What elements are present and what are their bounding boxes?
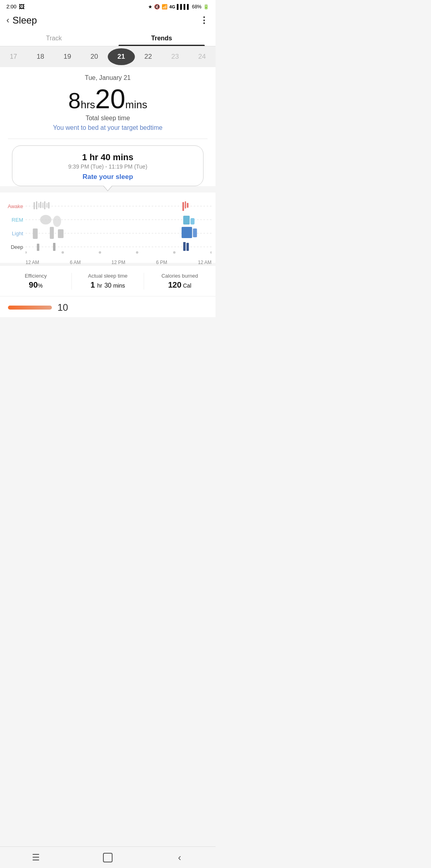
svg-rect-28: [183, 216, 190, 224]
svg-rect-13: [40, 202, 41, 208]
svg-point-8: [173, 251, 176, 254]
session-card: 1 hr 40 mins 9:39 PM (Tue) - 11:19 PM (T…: [12, 145, 204, 186]
sleep-chart-svg: [26, 201, 212, 256]
y-axis: Awake REM Light Deep: [4, 201, 26, 260]
battery-icon: 🔋: [203, 4, 209, 10]
svg-point-5: [61, 251, 64, 254]
battery-pct: 68%: [192, 4, 202, 10]
chart-area: 12 AM 6 AM 12 PM 6 PM 12 AM: [26, 201, 212, 260]
chart-container: Awake REM Light Deep: [4, 201, 212, 260]
orange-progress-bar: [8, 306, 52, 310]
svg-rect-15: [44, 201, 45, 209]
svg-rect-31: [193, 228, 197, 237]
y-label-light: Light: [4, 228, 26, 240]
page-title: Sleep: [12, 15, 37, 26]
stat-efficiency-label: Efficiency: [0, 273, 71, 279]
svg-rect-17: [48, 202, 49, 209]
svg-rect-12: [38, 203, 39, 208]
svg-rect-22: [58, 229, 63, 238]
date-item[interactable]: 17: [0, 46, 27, 67]
stat-efficiency: Efficiency 90%: [0, 273, 72, 290]
svg-point-9: [210, 251, 212, 254]
stat-calories-label: Calories burned: [144, 273, 216, 279]
sleep-hours: 8: [68, 88, 81, 113]
status-right: ★ 🔇 📶 4G ▌▌▌▌ 68% 🔋: [148, 4, 209, 10]
stat-efficiency-value: 90%: [0, 280, 71, 290]
x-label-6pm: 6 PM: [156, 260, 167, 265]
svg-rect-32: [183, 242, 186, 251]
stat-actual-sleep-value: 1 hr 30 mins: [72, 280, 143, 290]
top-bar: ‹ Sleep ⋮: [0, 12, 216, 30]
date-label: Tue, January 21: [8, 74, 208, 81]
svg-rect-11: [36, 201, 37, 209]
stat-actual-sleep-label: Actual sleep time: [72, 273, 143, 279]
svg-rect-23: [37, 244, 39, 251]
date-strip: 17 18 19 20 21 22 23 24: [0, 46, 216, 67]
stat-actual-sleep: Actual sleep time 1 hr 30 mins: [72, 273, 144, 290]
stat-calories: Calories burned 120 Cal: [144, 273, 216, 290]
svg-point-19: [53, 216, 61, 227]
x-label-6am: 6 AM: [70, 260, 81, 265]
stat-calories-value: 120 Cal: [144, 280, 216, 290]
mute-icon: 🔇: [154, 4, 160, 10]
svg-rect-25: [182, 202, 184, 211]
bottom-section: 10: [0, 296, 216, 317]
nav-spacer: [0, 317, 216, 341]
x-axis: 12 AM 6 AM 12 PM 6 PM 12 AM: [26, 258, 212, 265]
svg-point-18: [40, 215, 51, 224]
date-item[interactable]: 23: [162, 46, 189, 67]
svg-rect-33: [186, 243, 189, 251]
status-bar: 2:00 🖼 ★ 🔇 📶 4G ▌▌▌▌ 68% 🔋: [0, 0, 216, 12]
signal-icon: 4G: [169, 4, 175, 9]
status-photo-icon: 🖼: [19, 3, 25, 10]
x-label-12am2: 12 AM: [198, 260, 212, 265]
y-label-deep: Deep: [4, 241, 26, 253]
x-label-12am: 12 AM: [26, 260, 39, 265]
svg-rect-26: [185, 201, 186, 209]
bluetooth-icon: ★: [148, 4, 152, 10]
svg-point-6: [99, 251, 101, 254]
divider: [8, 139, 208, 139]
svg-rect-14: [43, 203, 43, 208]
y-label-awake: Awake: [4, 201, 26, 213]
svg-rect-21: [50, 227, 54, 239]
rate-sleep-button[interactable]: Rate your sleep: [20, 173, 195, 181]
status-time: 2:00: [6, 4, 16, 10]
total-sleep-label: Total sleep time: [8, 115, 208, 122]
tab-track[interactable]: Track: [0, 30, 108, 46]
stats-row: Efficiency 90% Actual sleep time 1 hr 30…: [0, 265, 216, 296]
session-time-range: 9:39 PM (Tue) - 11:19 PM (Tue): [20, 163, 195, 170]
date-item[interactable]: 20: [81, 46, 108, 67]
date-item[interactable]: 22: [135, 46, 162, 67]
svg-point-4: [26, 251, 27, 254]
mins-unit: mins: [125, 99, 147, 111]
svg-rect-27: [187, 203, 188, 208]
svg-point-7: [136, 251, 138, 254]
hrs-unit: hrs: [81, 99, 95, 111]
top-bar-left: ‹ Sleep: [6, 15, 37, 26]
svg-rect-29: [190, 218, 194, 224]
back-button[interactable]: ‹: [6, 15, 9, 26]
sleep-duration: 8hrs20mins: [8, 84, 208, 114]
bottom-number: 10: [57, 302, 68, 313]
target-message: You went to bed at your target bedtime: [8, 124, 208, 131]
svg-rect-10: [34, 202, 35, 209]
tab-trends[interactable]: Trends: [108, 30, 216, 46]
svg-rect-30: [182, 227, 192, 238]
date-item[interactable]: 19: [54, 46, 81, 67]
efficiency-unit: %: [38, 282, 43, 289]
sleep-chart-section: Awake REM Light Deep: [0, 193, 216, 263]
date-item[interactable]: 24: [189, 46, 216, 67]
main-content: Tue, January 21 8hrs20mins Total sleep t…: [0, 67, 216, 186]
date-item-selected[interactable]: 21: [108, 48, 135, 65]
sleep-mins: 20: [95, 83, 125, 114]
svg-rect-20: [33, 228, 38, 239]
tabs: Track Trends: [0, 30, 216, 46]
x-label-12pm: 12 PM: [111, 260, 125, 265]
signal-bars: ▌▌▌▌: [177, 4, 190, 10]
date-item[interactable]: 18: [27, 46, 54, 67]
session-duration: 1 hr 40 mins: [20, 152, 195, 163]
status-left: 2:00 🖼: [6, 3, 25, 10]
more-button[interactable]: ⋮: [200, 15, 209, 26]
y-label-rem: REM: [4, 214, 26, 226]
